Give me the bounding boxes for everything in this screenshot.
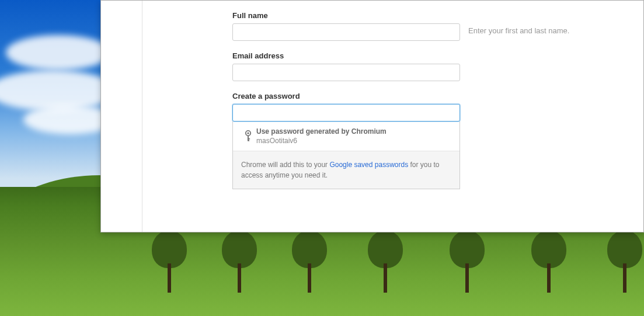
use-generated-password-option[interactable]: Use password generated by Chromium masOo… xyxy=(233,121,459,151)
password-suggestion-value: masOotitaiv6 xyxy=(256,137,452,145)
password-suggestion-footer: Chrome will add this to your Google save… xyxy=(233,151,459,189)
tree xyxy=(222,230,257,293)
tree xyxy=(607,230,642,293)
signup-form: Full name Enter your first and last name… xyxy=(232,1,629,189)
tree xyxy=(450,230,485,293)
svg-rect-3 xyxy=(248,138,250,140)
tree xyxy=(292,230,327,293)
full-name-row: Full name Enter your first and last name… xyxy=(232,11,629,41)
tree xyxy=(152,230,187,293)
password-label: Create a password xyxy=(232,92,460,100)
tree xyxy=(531,230,566,293)
password-row: Create a password xyxy=(232,92,629,189)
tree xyxy=(368,230,403,293)
password-suggestion-dropdown: Use password generated by Chromium masOo… xyxy=(232,121,460,189)
key-icon xyxy=(240,130,256,142)
browser-window: Full name Enter your first and last name… xyxy=(100,0,644,232)
footer-text-prefix: Chrome will add this to your xyxy=(241,161,329,169)
full-name-label: Full name xyxy=(232,11,460,20)
full-name-hint: Enter your first and last name. xyxy=(468,11,569,35)
svg-rect-4 xyxy=(248,140,249,141)
svg-rect-2 xyxy=(248,136,249,141)
full-name-input[interactable] xyxy=(232,23,460,41)
email-row: Email address xyxy=(232,51,629,81)
email-label: Email address xyxy=(232,51,460,60)
divider xyxy=(142,1,142,232)
google-saved-passwords-link[interactable]: Google saved passwords xyxy=(329,161,408,169)
email-input[interactable] xyxy=(232,64,460,81)
cloud xyxy=(6,35,111,70)
svg-point-1 xyxy=(247,132,249,134)
password-input[interactable] xyxy=(232,104,460,121)
password-suggestion-title: Use password generated by Chromium xyxy=(256,127,452,136)
